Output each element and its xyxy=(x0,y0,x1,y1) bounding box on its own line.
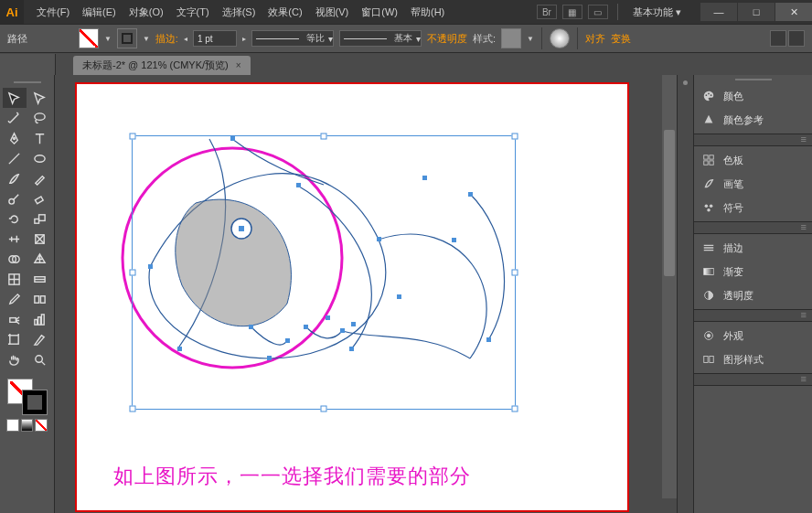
brush-tool[interactable] xyxy=(3,168,27,188)
svg-rect-15 xyxy=(35,319,37,325)
title-bar: Ai 文件(F) 编辑(E) 对象(O) 文字(T) 选择(S) 效果(C) 视… xyxy=(0,0,812,24)
vertical-scrollbar[interactable] xyxy=(662,75,677,498)
svg-point-49 xyxy=(710,205,713,208)
panel-color-guide[interactable]: 颜色参考 xyxy=(694,108,812,132)
document-tab[interactable]: 未标题-2* @ 121% (CMYK/预览) × xyxy=(73,56,251,75)
panel-transparency[interactable]: 透明度 xyxy=(694,283,812,307)
rotate-tool[interactable] xyxy=(3,208,27,229)
app-logo: Ai xyxy=(0,0,24,24)
stroke-color-icon[interactable] xyxy=(22,390,48,415)
panel-stroke[interactable]: 描边 xyxy=(694,236,812,260)
transform-label[interactable]: 变换 xyxy=(611,32,631,46)
close-tab-icon[interactable]: × xyxy=(236,60,241,70)
opacity-label[interactable]: 不透明度 xyxy=(427,32,467,46)
gradient-mode-icon[interactable] xyxy=(21,419,34,432)
window-maximize[interactable]: □ xyxy=(738,3,775,21)
slice-tool[interactable] xyxy=(28,329,52,349)
stroke-swatch[interactable] xyxy=(117,28,137,48)
panel-menu-icon[interactable] xyxy=(770,30,786,47)
eraser-tool[interactable] xyxy=(28,188,52,208)
menu-edit[interactable]: 编辑(E) xyxy=(77,2,122,23)
color-mode-icon[interactable] xyxy=(6,419,19,432)
perspective-tool[interactable] xyxy=(28,249,52,269)
pencil-tool[interactable] xyxy=(28,168,52,188)
blend-tool[interactable] xyxy=(28,289,52,309)
panel-gradient[interactable]: 渐变 xyxy=(694,260,812,283)
svg-rect-16 xyxy=(37,316,40,324)
eyedropper-tool[interactable] xyxy=(3,289,27,309)
canvas-area[interactable]: 如上图所示，一一选择我们需要的部分 xyxy=(55,75,677,513)
menu-effect[interactable]: 效果(C) xyxy=(262,2,307,23)
style-swatch[interactable] xyxy=(501,28,521,48)
magic-wand-tool[interactable] xyxy=(3,108,27,128)
lasso-tool[interactable] xyxy=(28,108,52,128)
panel-collapse-icon[interactable] xyxy=(788,30,805,47)
free-transform-tool[interactable] xyxy=(28,229,52,249)
bridge-button[interactable]: Br xyxy=(537,5,557,19)
menu-window[interactable]: 窗口(W) xyxy=(356,2,403,23)
svg-rect-45 xyxy=(710,155,713,159)
screen-mode-button[interactable]: ▭ xyxy=(588,5,608,19)
svg-rect-47 xyxy=(710,161,713,165)
scale-tool[interactable] xyxy=(28,208,52,229)
gradient-tool[interactable] xyxy=(28,269,52,289)
stroke-scale-dropdown[interactable]: 等比 ▾ xyxy=(251,30,334,47)
svg-point-1 xyxy=(14,137,16,139)
blob-brush-tool[interactable] xyxy=(3,188,27,208)
panel-graphic-styles[interactable]: 图形样式 xyxy=(694,347,812,371)
document-tab-title: 未标题-2* @ 121% (CMYK/预览) xyxy=(82,59,229,72)
menu-type[interactable]: 文字(T) xyxy=(171,2,215,23)
svg-point-48 xyxy=(705,205,709,208)
width-tool[interactable] xyxy=(3,229,27,249)
color-guide-icon xyxy=(701,112,716,127)
fill-dropdown-icon[interactable]: ▼ xyxy=(104,35,112,43)
hand-tool[interactable] xyxy=(3,349,27,369)
window-minimize[interactable]: — xyxy=(700,3,737,21)
stroke-label[interactable]: 描边: xyxy=(155,32,178,46)
stroke-dropdown-icon[interactable]: ▼ xyxy=(143,35,150,43)
menu-select[interactable]: 选择(S) xyxy=(217,2,262,23)
arrange-docs-button[interactable]: ▦ xyxy=(562,5,582,19)
type-tool[interactable] xyxy=(28,128,52,148)
none-mode-icon[interactable] xyxy=(35,419,48,432)
selection-bounds[interactable] xyxy=(132,135,516,410)
pen-tool[interactable] xyxy=(3,128,27,148)
swatches-icon xyxy=(701,153,716,167)
panel-brushes[interactable]: 画笔 xyxy=(694,172,812,196)
stroke-profile-dropdown[interactable]: 基本 ▾ xyxy=(339,30,422,47)
panel-collapse-strip[interactable] xyxy=(678,75,694,513)
stroke-weight-input[interactable]: 1 pt xyxy=(193,30,237,47)
style-dropdown-icon[interactable]: ▼ xyxy=(527,35,534,43)
direct-selection-tool[interactable] xyxy=(28,88,52,108)
workspace-selector[interactable]: 基本功能 ▾ xyxy=(627,5,687,19)
line-tool[interactable] xyxy=(3,148,27,168)
window-close[interactable]: ✕ xyxy=(775,3,812,21)
svg-point-19 xyxy=(36,355,43,362)
stroke-dec-icon[interactable]: ◂ xyxy=(184,35,187,43)
zoom-tool[interactable] xyxy=(28,349,52,369)
recolor-button[interactable] xyxy=(550,28,570,48)
artboard[interactable]: 如上图所示，一一选择我们需要的部分 xyxy=(75,82,629,512)
stroke-inc-icon[interactable]: ▸ xyxy=(242,35,246,43)
align-label[interactable]: 对齐 xyxy=(585,32,605,46)
fill-stroke-control[interactable] xyxy=(7,379,48,415)
menu-view[interactable]: 视图(V) xyxy=(310,2,355,23)
column-graph-tool[interactable] xyxy=(28,309,52,329)
menu-help[interactable]: 帮助(H) xyxy=(405,2,450,23)
fill-swatch[interactable] xyxy=(79,28,99,48)
shape-builder-tool[interactable] xyxy=(3,249,27,269)
menu-object[interactable]: 对象(O) xyxy=(123,2,169,23)
mesh-tool[interactable] xyxy=(3,269,27,289)
menu-file[interactable]: 文件(F) xyxy=(31,2,75,23)
svg-point-54 xyxy=(707,334,710,337)
panel-symbols[interactable]: 符号 xyxy=(694,196,812,219)
panel-appearance[interactable]: 外观 xyxy=(694,324,812,347)
symbol-sprayer-tool[interactable] xyxy=(3,309,27,329)
svg-point-41 xyxy=(706,94,708,96)
svg-rect-4 xyxy=(35,196,43,203)
panel-color[interactable]: 颜色 xyxy=(694,84,812,108)
artboard-tool[interactable] xyxy=(3,329,27,349)
ellipse-tool[interactable] xyxy=(28,148,52,168)
selection-tool[interactable] xyxy=(3,88,27,108)
panel-swatches[interactable]: 色板 xyxy=(694,148,812,172)
